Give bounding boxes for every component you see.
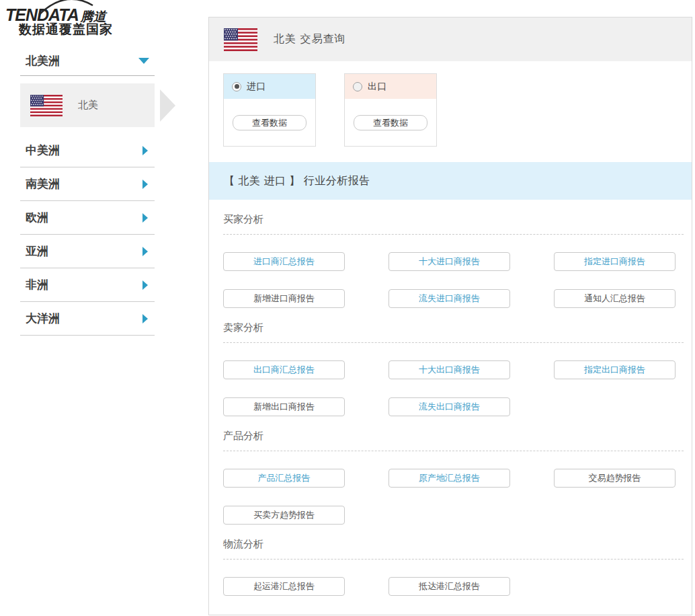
section-title: 买家分析 bbox=[223, 213, 692, 226]
report-button[interactable]: 交易趋势报告 bbox=[554, 469, 676, 488]
chevron-right-icon bbox=[142, 146, 148, 155]
region-label: 中美洲 bbox=[26, 143, 60, 158]
report-sections: 买家分析进口商汇总报告十大进口商报告指定进口商报告新增进口商报告流失进口商报告通… bbox=[209, 213, 692, 596]
report-button[interactable]: 流失出口商报告 bbox=[389, 397, 510, 416]
section-divider bbox=[223, 342, 684, 343]
report-button-row: 起运港汇总报告抵达港汇总报告 bbox=[223, 577, 692, 596]
region-label: 南美洲 bbox=[26, 176, 60, 192]
region-label: 非洲 bbox=[26, 277, 48, 293]
report-button[interactable]: 进口商汇总报告 bbox=[223, 252, 345, 271]
chevron-down-icon bbox=[138, 58, 149, 64]
report-button-row: 新增进口商报告流失进口商报告通知人汇总报告 bbox=[223, 289, 692, 308]
report-button-row: 进口商汇总报告十大进口商报告指定进口商报告 bbox=[223, 252, 692, 271]
pointer-arrow-icon bbox=[160, 89, 175, 122]
section-divider bbox=[223, 451, 684, 451]
trade-direction-row: 进口 查看数据 出口 查看数据 bbox=[223, 73, 692, 147]
report-banner: 【 北美 进口 】 行业分析报告 bbox=[209, 162, 692, 200]
report-button-row: 买卖方趋势报告 bbox=[223, 506, 692, 525]
section-title: 卖家分析 bbox=[223, 321, 692, 334]
import-box-header[interactable]: 进口 bbox=[224, 74, 315, 99]
report-button[interactable]: 新增出口商报告 bbox=[223, 397, 345, 416]
sidebar-item-region[interactable]: 非洲 bbox=[20, 268, 155, 302]
section-divider bbox=[223, 234, 684, 235]
report-button[interactable]: 买卖方趋势报告 bbox=[223, 506, 345, 525]
main-panel: 北美 交易查询 进口 查看数据 出口 查看数据 【 北美 进口 】 行业分析报告… bbox=[208, 17, 692, 615]
section-title: 物流分析 bbox=[223, 537, 692, 551]
sidebar-item-region[interactable]: 亚洲 bbox=[20, 235, 155, 268]
report-button-row: 新增出口商报告流失出口商报告 bbox=[223, 397, 692, 416]
report-button[interactable]: 十大出口商报告 bbox=[389, 360, 510, 379]
report-button[interactable]: 出口商汇总报告 bbox=[223, 360, 345, 379]
import-radio[interactable] bbox=[232, 82, 241, 91]
section-divider bbox=[223, 559, 684, 560]
region-label: 北美洲 bbox=[26, 53, 60, 69]
chevron-right-icon bbox=[142, 280, 148, 290]
panel-header: 北美 交易查询 bbox=[209, 17, 692, 61]
sidebar-item-north-america-country[interactable]: 北美 bbox=[20, 83, 155, 127]
export-box: 出口 查看数据 bbox=[344, 73, 437, 147]
report-button[interactable]: 指定出口商报告 bbox=[554, 360, 676, 379]
logo: TENDATA腾道 数据通覆盖国家 bbox=[5, 5, 160, 38]
import-view-data-button[interactable]: 查看数据 bbox=[233, 115, 306, 130]
sidebar-item-region[interactable]: 中美洲 bbox=[20, 134, 155, 167]
sidebar-item-north-america-region[interactable]: 北美洲 bbox=[20, 46, 155, 76]
sidebar-item-region[interactable]: 南美洲 bbox=[20, 167, 155, 201]
report-button[interactable]: 抵达港汇总报告 bbox=[389, 577, 510, 596]
report-button[interactable]: 新增进口商报告 bbox=[223, 289, 345, 308]
report-button[interactable]: 产品汇总报告 bbox=[223, 469, 345, 488]
export-label: 出口 bbox=[368, 81, 386, 93]
report-button[interactable]: 十大进口商报告 bbox=[389, 252, 510, 271]
chevron-right-icon bbox=[142, 180, 148, 189]
report-button[interactable]: 指定进口商报告 bbox=[554, 252, 676, 271]
import-box: 进口 查看数据 bbox=[223, 73, 316, 147]
sidebar: 北美洲 北美 中美洲南美洲欧洲亚洲非洲大洋洲 bbox=[20, 46, 155, 336]
report-button-row: 产品汇总报告原产地汇总报告交易趋势报告 bbox=[223, 469, 692, 488]
chevron-right-icon bbox=[142, 247, 148, 256]
us-flag-icon bbox=[30, 95, 63, 116]
logo-swoosh-icon bbox=[35, 0, 97, 19]
section-title: 产品分析 bbox=[223, 429, 692, 442]
region-label: 亚洲 bbox=[26, 243, 48, 259]
report-button[interactable]: 原产地汇总报告 bbox=[389, 469, 510, 488]
region-label: 欧洲 bbox=[26, 210, 48, 225]
page-title: 北美 交易查询 bbox=[274, 32, 345, 46]
us-flag-icon bbox=[224, 28, 257, 51]
export-radio[interactable] bbox=[353, 82, 362, 91]
export-box-header[interactable]: 出口 bbox=[345, 74, 436, 99]
report-button[interactable]: 起运港汇总报告 bbox=[223, 577, 345, 596]
import-label: 进口 bbox=[247, 81, 265, 93]
export-view-data-button[interactable]: 查看数据 bbox=[354, 115, 427, 130]
sidebar-item-region[interactable]: 欧洲 bbox=[20, 201, 155, 235]
country-label: 北美 bbox=[78, 99, 98, 112]
report-button-row: 出口商汇总报告十大出口商报告指定出口商报告 bbox=[223, 360, 692, 379]
region-label: 大洋洲 bbox=[26, 311, 60, 326]
report-button[interactable]: 流失进口商报告 bbox=[389, 289, 510, 308]
chevron-right-icon bbox=[142, 213, 148, 223]
sidebar-item-region[interactable]: 大洋洲 bbox=[20, 302, 155, 336]
sidebar-region-list: 中美洲南美洲欧洲亚洲非洲大洋洲 bbox=[20, 134, 155, 336]
logo-brand-line: TENDATA腾道 bbox=[5, 5, 160, 26]
report-button[interactable]: 通知人汇总报告 bbox=[554, 289, 676, 308]
chevron-right-icon bbox=[142, 314, 148, 323]
